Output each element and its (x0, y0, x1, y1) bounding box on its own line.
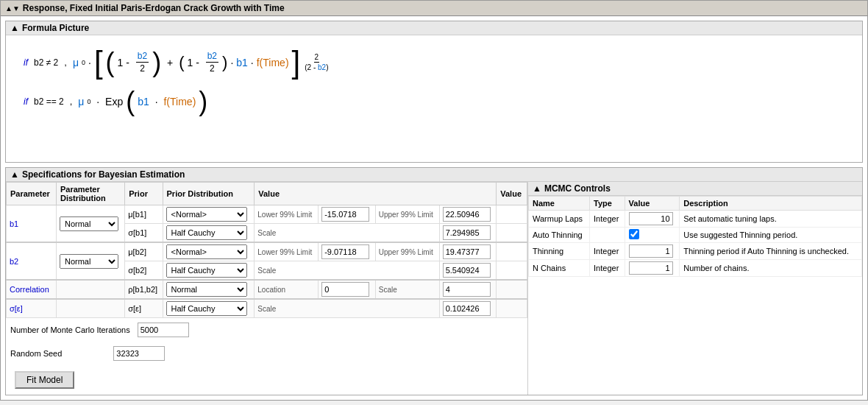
frac-b2-2-inner: b2 2 (136, 50, 149, 76)
col-prior: Prior (125, 183, 163, 205)
thinning-value (625, 243, 680, 260)
corr-location-input[interactable] (321, 282, 369, 297)
outer-bracket-left: [ (94, 49, 103, 77)
limit-lower-label-b1: Lower 99% Limit (255, 205, 319, 224)
dist-b1: Normal (56, 205, 124, 243)
ftime-func: f(Time) (257, 57, 289, 68)
empty-corr (497, 280, 527, 299)
b2-link[interactable]: b2 (10, 257, 18, 266)
limit-upper-label-b1: Upper 99% Limit (375, 205, 439, 224)
dist-b2: Normal (56, 242, 124, 280)
table-row-b2-mu: b2 Normal μ[b2] <Normal> (7, 242, 527, 261)
empty-b2 (497, 261, 527, 281)
nchains-value (625, 260, 680, 277)
prior-rho-select: Normal (163, 280, 255, 299)
mu0-var-2: μ (78, 96, 84, 108)
b2-upper-limit-input[interactable] (443, 244, 491, 259)
col-value2: Value (497, 183, 527, 205)
b2-dist-select[interactable]: Normal (60, 254, 118, 269)
nchains-desc: Number of chains. (680, 260, 862, 277)
b1-sigma-prior-select[interactable]: Half Cauchy (166, 225, 247, 240)
mcmc-row-auto-thinning: Auto Thinning Use suggested Thinning per… (529, 228, 862, 243)
corr-prior-select[interactable]: Normal (166, 282, 247, 297)
b1-upper-limit-input[interactable] (443, 207, 491, 222)
dist-sigma-e-empty (56, 299, 124, 318)
dist-corr-empty (56, 280, 124, 299)
warmup-input[interactable] (629, 212, 673, 225)
spec-collapse-arrow[interactable]: ▲ (10, 169, 19, 180)
prior-sigma-e-label: σ[ε] (125, 299, 163, 318)
thinning-input[interactable] (629, 244, 673, 258)
spec-section: ▲ Specifications for Bayesian Estimation… (5, 167, 863, 395)
comma-1: , (64, 57, 67, 68)
prior-sigma-b1-label: σ[b1] (125, 224, 163, 243)
mcmc-row-warmup: Warmup Laps Integer Set automatic tuning… (529, 211, 862, 228)
mu0-sub: 0 (82, 59, 85, 66)
nchains-input[interactable] (629, 261, 673, 275)
num-mc-input[interactable] (138, 323, 189, 337)
plus-sign: + (164, 57, 176, 68)
nchains-name: N Chains (529, 260, 590, 277)
b1-scale-input[interactable] (443, 225, 491, 240)
scale-val-sigma-e (439, 299, 497, 318)
dot2: · (230, 57, 233, 68)
sigma-e-prior-select[interactable]: Half Cauchy (166, 301, 247, 316)
ftime-func-2: f(Time) (163, 96, 196, 108)
table-row-b1-mu: b1 Normal μ[b1] <Normal> (7, 205, 527, 224)
table-row-corr: Correlation ρ[b1,b2] Normal Location (7, 280, 527, 299)
formula-section-header: ▲ Formula Picture (6, 21, 862, 35)
b1-var-2: b1 (138, 96, 149, 108)
right-panel: ▲ MCMC Controls Name Type Value Descript… (528, 182, 862, 395)
corr-scale-input[interactable] (443, 282, 491, 297)
sigma-e-link[interactable]: σ[ε] (10, 304, 23, 313)
warmup-value (625, 211, 680, 228)
location-val (319, 280, 376, 299)
b2-sigma-prior-select[interactable]: Half Cauchy (166, 263, 247, 278)
spec-body: Parameter ParameterDistribution Prior Pr… (6, 182, 862, 395)
warmup-desc: Set automatic tuning laps. (680, 211, 862, 228)
b2-lower-limit-input[interactable] (321, 244, 369, 259)
if-keyword-2: if (24, 96, 28, 107)
b1-mu-prior-select[interactable]: <Normal> (166, 207, 247, 222)
b1-dist-select[interactable]: Normal (60, 216, 118, 231)
empty-b1 (497, 224, 527, 243)
scale-label-sigma-e: Scale (255, 299, 439, 318)
sigma-e-scale-input[interactable] (443, 301, 491, 316)
correlation-link[interactable]: Correlation (10, 285, 49, 294)
scale-label-b1: Scale (255, 224, 439, 243)
collapse-arrow[interactable]: ▲▼ (5, 4, 20, 13)
col-value: Value (255, 183, 497, 205)
scale-val-corr (439, 280, 497, 299)
param-b2: b2 (7, 242, 57, 280)
empty-scale-b1-mu (497, 205, 527, 224)
b1-link[interactable]: b1 (10, 219, 18, 228)
left-panel: Parameter ParameterDistribution Prior Pr… (6, 182, 528, 395)
auto-thinning-checkbox[interactable] (629, 229, 639, 239)
scale-val-b2 (439, 261, 497, 281)
if-keyword-1: if (24, 57, 28, 68)
outer-bracket-right: ] (292, 49, 301, 77)
mcmc-table: Name Type Value Description Warmup Laps … (528, 196, 862, 277)
dot1: · (88, 57, 91, 68)
prior-mu-b2-select: <Normal> (163, 242, 255, 261)
location-label: Location (255, 280, 319, 299)
formula-collapse-arrow[interactable]: ▲ (10, 23, 19, 33)
paren-large-left: ( (106, 51, 115, 74)
mcmc-collapse-arrow[interactable]: ▲ (533, 183, 541, 194)
param-corr: Correlation (7, 280, 57, 299)
limit-lower-val-b1 (319, 205, 376, 224)
b2-scale-input[interactable] (443, 263, 491, 278)
num-mc-label: Number of Monte Carlo Iterations (10, 325, 130, 334)
param-table: Parameter ParameterDistribution Prior Pr… (6, 182, 527, 318)
prior-sigma-b1-select: Half Cauchy (163, 224, 255, 243)
b1-lower-limit-input[interactable] (321, 207, 369, 222)
b2-mu-prior-select[interactable]: <Normal> (166, 244, 247, 259)
condition-2: b2 == 2 (34, 96, 64, 107)
param-b1: b1 (7, 205, 57, 243)
auto-thinning-value (625, 228, 680, 243)
auto-thinning-name: Auto Thinning (529, 228, 590, 243)
dot4: · (93, 96, 102, 108)
fit-model-button[interactable]: Fit Model (15, 371, 74, 389)
random-seed-input[interactable] (113, 346, 165, 361)
thinning-name: Thinning (529, 243, 590, 260)
